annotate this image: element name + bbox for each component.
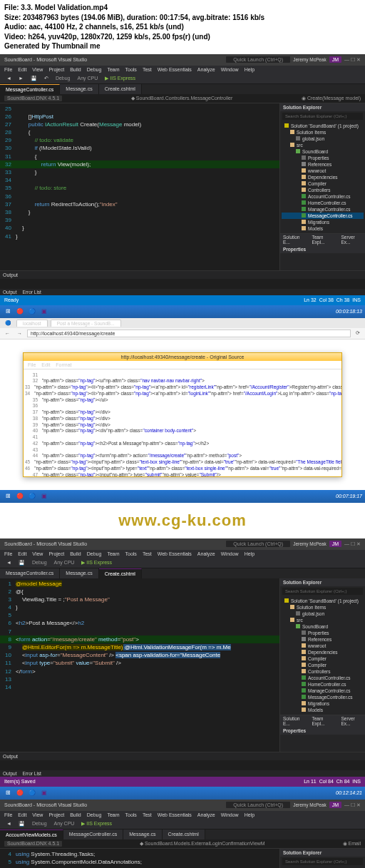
menu-item-team[interactable]: Team [107,551,119,556]
menu-item-file[interactable]: File [4,67,12,72]
breadcrumb-class[interactable]: ◆ SoundBoard.Models.ExternalLoginConfirm… [68,841,336,847]
output-tabs-row[interactable]: Output Error List [0,770,365,777]
tree-item[interactable]: Migrations [282,219,364,225]
code-line[interactable]: 28 { [0,128,279,136]
tree-item[interactable]: wwwroot [282,643,364,649]
menu-item-help[interactable]: Help [245,67,255,72]
source-body[interactable]: 3132 "np-attrn"> class="np-tag"><ul"np-a… [24,369,341,476]
output-header[interactable]: Output [0,271,365,279]
taskbar[interactable]: ⊞ 🔴 🔵 ▣ 00:07:19:17 [0,490,365,503]
menu-item-project[interactable]: Project [48,551,64,556]
menu-item-test[interactable]: Test [143,812,152,817]
menu-item-tools[interactable]: Tools [125,812,137,817]
code-line[interactable]: 26 []HttpPost [0,113,279,121]
main-menu[interactable]: FileEditViewProjectBuildDebugTeamToolsTe… [0,550,365,558]
document-tab[interactable]: Create.cshtml [99,84,142,94]
start-icon[interactable]: ⊞ [3,788,13,798]
menu-item-web essentials[interactable]: Web Essentials [158,812,192,817]
code-line[interactable]: 4using System.Threading.Tasks; [0,850,279,858]
save-button[interactable]: 💾 [16,559,27,566]
document-tab[interactable]: MessageController.cs [0,568,60,578]
panel-tab[interactable]: Team Expl... [312,716,334,726]
user-badge[interactable]: JM [329,541,341,547]
code-line[interactable]: 8<form action="/message/create" method="… [0,635,279,643]
code-line[interactable]: 25 [0,105,279,113]
tree-item[interactable]: Properties [282,155,364,161]
toolbar[interactable]: ◄ 💾 Debug Any CPU ▶ IIS Express [0,819,365,829]
menu-item-edit[interactable]: Edit [18,551,26,556]
code-line[interactable]: 37 return RedirectToAction();"index" [0,200,279,208]
code-editor[interactable]: 1@model Message2@{3 ViewBag.Title = ;"Po… [0,578,279,752]
user-badge[interactable]: JM [329,56,341,63]
document-tab[interactable]: Create.cshtml [163,829,205,839]
tree-item[interactable]: Solution Items [282,604,364,611]
menu-item-team[interactable]: Team [107,812,119,817]
menu-item-build[interactable]: Build [70,812,81,817]
menu-item-view[interactable]: View [32,551,43,556]
menu-item-window[interactable]: Window [221,551,239,556]
taskbar[interactable]: ⊞ 🔴 🔵 ▣ 00:03:18:13 [0,305,365,318]
tree-item[interactable]: AccountController.cs [282,675,364,681]
window-controls[interactable]: — ☐ ✕ [344,802,361,808]
main-menu[interactable]: FileEditViewProjectBuildDebugTeamToolsTe… [0,811,365,819]
explorer-tabs[interactable]: Solution E...Team Expl...Server Ex... [280,715,365,727]
chrome-icon[interactable]: 🔴 [15,491,25,501]
code-line[interactable]: 29 // todo: validate [0,136,279,144]
code-line[interactable]: 27 public IActionResult Create(Message m… [0,121,279,128]
tree-item[interactable]: ManageController.cs [282,688,364,694]
explorer-search[interactable]: Search Solution Explorer (Ctrl+;) [282,858,363,865]
menu-item-web essentials[interactable]: Web Essentials [158,551,192,556]
code-line[interactable]: 40 } [0,224,279,232]
panel-tab[interactable]: Server Ex... [341,235,363,245]
tree-item[interactable]: Solution Items [282,129,364,136]
toolbar[interactable]: ◄ 💾 Debug Any CPU ▶ IIS Express [0,558,365,568]
menu-item-team[interactable]: Team [107,67,119,72]
start-icon[interactable]: ⊞ [3,307,13,317]
back-button[interactable]: ◄ [4,75,14,81]
menu-item-debug[interactable]: Debug [87,551,102,556]
code-line[interactable]: 12</form> [0,668,279,675]
notepad-menu-item[interactable]: Format [56,362,71,367]
chrome-icon[interactable]: 🔴 [15,307,25,317]
output-tab[interactable]: Output [3,290,17,295]
notepad-menu-item[interactable]: File [28,362,36,367]
code-line[interactable]: 5using System.ComponentModel.DataAnnotat… [0,858,279,866]
back-icon[interactable]: ← [3,331,12,336]
output-header[interactable]: Output [0,752,365,760]
solution-explorer[interactable]: Solution Explorer Search Solution Explor… [279,103,365,270]
tree-item[interactable]: wwwroot [282,168,364,174]
menu-item-tools[interactable]: Tools [125,551,137,556]
cpu-dropdown[interactable]: Any CPU [52,559,77,566]
refresh-icon[interactable]: ⟳ [354,330,362,336]
play-button[interactable]: ▶ IIS Express [79,559,114,566]
tree-item[interactable]: Compiler [282,662,364,668]
main-menu[interactable]: FileEditViewProjectBuildDebugTeamToolsTe… [0,66,365,73]
code-line[interactable]: 3 ViewBag.Title = ;"Post a Message" [0,596,279,603]
menu-item-edit[interactable]: Edit [18,812,26,817]
output-tabs-row[interactable]: Output Error List [0,289,365,295]
tree-item[interactable]: Properties [282,630,364,636]
menu-item-view[interactable]: View [32,67,43,72]
document-tab[interactable]: Message.cs [60,568,98,578]
menu-item-file[interactable]: File [4,812,12,817]
play-button[interactable]: ▶ IIS Express [79,820,114,827]
code-line[interactable]: 11 <input type="submit" value="Submit" /… [0,659,279,667]
menu-item-build[interactable]: Build [70,67,81,72]
code-line[interactable]: 41} [0,233,279,240]
document-tab[interactable]: MessageController.cs [0,84,60,94]
menu-item-project[interactable]: Project [48,812,64,817]
menu-item-test[interactable]: Test [143,551,152,556]
browser-tabs[interactable]: 🔵 localhost Post a Message - SoundB... [0,318,365,328]
code-line[interactable]: 32 return View(model); [0,160,279,168]
edge-icon[interactable]: 🔵 [27,788,37,798]
cpu-dropdown[interactable]: Any CPU [52,820,77,827]
chrome-icon[interactable]: 🔴 [15,788,25,798]
menu-item-debug[interactable]: Debug [87,812,102,817]
tree-item[interactable]: Models [282,225,364,232]
browser-tab-1[interactable]: localhost [16,320,48,327]
tree-item[interactable]: Controllers [282,187,364,193]
panel-tab[interactable]: Server Ex... [341,716,363,726]
tree-item[interactable]: src [282,142,364,148]
code-line[interactable]: 38 } [0,208,279,216]
menu-item-file[interactable]: File [4,551,12,556]
